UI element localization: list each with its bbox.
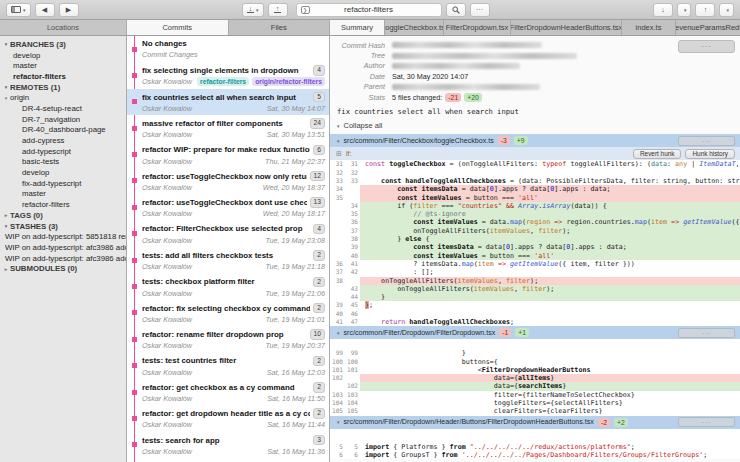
sidebar-item[interactable]: DR-40_dashboard-page [0, 125, 126, 136]
commit-row[interactable]: refactor: FilterCheckbox use selected pr… [127, 221, 329, 247]
sidebar-item[interactable]: WIP on add-typescript: afc3986 add fir [0, 253, 126, 264]
commit-row[interactable]: refactor: get checkbox as a cy command2O… [127, 379, 329, 405]
code-text: // @ts-ignore [360, 210, 740, 218]
tab-revenueparamsredu[interactable]: revenueParamsRedu [676, 20, 740, 35]
sidebar-section-branches-3-[interactable]: ▾BRANCHES (3) [0, 39, 126, 50]
commit-row[interactable]: refactor: get dropdown header title as a… [127, 405, 329, 431]
sidebar-item[interactable]: develop [0, 167, 126, 178]
commit-row[interactable]: tests: search for app3Oskar KowalówSat, … [127, 432, 329, 458]
diff-file-header[interactable]: ▾src/common/Filter/Dropdown/Header/Butto… [330, 416, 740, 429]
expand-hunk-icon[interactable]: ⊞ [336, 150, 342, 158]
commit-author: Oskar Kowalów [142, 183, 260, 192]
fetch-button[interactable]: ↓ ▾ [242, 3, 264, 17]
sidebar-header: Locations [0, 20, 126, 36]
sidebar-item[interactable]: add-typescript [0, 146, 126, 157]
push-options-button[interactable]: ▾ [719, 3, 734, 17]
chevron-down-icon[interactable]: ▾ [337, 138, 340, 144]
commit-row-line1: fix countries select all when search inp… [142, 92, 325, 103]
sidebar-item[interactable]: WIP on add-typescript: afc3986 add fir [0, 242, 126, 253]
tab-togglecheckbox-ts[interactable]: toggleCheckbox.ts [385, 20, 444, 35]
sidebar-item[interactable]: WIP on add-typescript: 5851818 renam [0, 231, 126, 242]
revert-hunk-button[interactable]: Revert hunk [633, 149, 681, 160]
sidebar-item[interactable]: refactor-filters [0, 199, 126, 210]
sidebar-item[interactable]: fix-add-typescript [0, 178, 126, 189]
commit-author: Oskar Kowalów [142, 289, 263, 298]
pull-button[interactable]: ↓ [653, 3, 673, 17]
commit-row[interactable]: refactor: useToggleCheckbox now only ret… [127, 168, 329, 194]
sidebar-section-remotes-1-[interactable]: ▾REMOTES (1) [0, 82, 126, 93]
chevron-right-icon[interactable]: ▸ [2, 212, 10, 218]
sidebar-toggle-button[interactable]: ▾ [6, 3, 31, 17]
commit-row[interactable]: fix countries select all when search inp… [127, 89, 329, 115]
tab-filterdropdownheaderbuttons-tsx[interactable]: FilterDropdownHeaderButtons.tsx [511, 20, 622, 35]
diff-line-removed: 34 const itemsData = data[0].apps ? data… [330, 185, 740, 193]
tab-commits[interactable]: Commits [127, 20, 229, 35]
chevron-down-icon[interactable]: ▾ [337, 330, 340, 336]
sidebar-item[interactable]: DR-7_navigation [0, 114, 126, 125]
pull-options-button[interactable]: ▾ [677, 3, 692, 17]
chevron-down-icon[interactable]: ▾ [337, 419, 340, 425]
new-line-number: 42 [345, 268, 360, 276]
old-line-number [330, 227, 345, 235]
chevron-down-icon[interactable]: ▾ [2, 95, 10, 101]
commit-list: No changesCommit Changesfix selecting si… [127, 36, 329, 462]
hunk-history-button[interactable]: Hunk history [685, 149, 735, 160]
commit-row[interactable]: No changesCommit Changes [127, 36, 329, 62]
sidebar-section-tags-0-[interactable]: ▸TAGS (0) [0, 210, 126, 221]
commit-row-line2: Oskar KowalówSat, 16 May 11:50 [142, 394, 325, 403]
sidebar-item[interactable]: master [0, 60, 126, 71]
commit-row[interactable]: refactor: rename filter dropdown prop10O… [127, 326, 329, 352]
commit-row[interactable]: massive refactor of filter components24O… [127, 115, 329, 141]
meta-value [392, 63, 520, 69]
forward-button[interactable]: ▶ [59, 3, 79, 17]
commit-row[interactable]: tests: test countries filter2Oskar Kowal… [127, 353, 329, 379]
commit-row[interactable]: refactor: fix selecting checkbox cy comm… [127, 300, 329, 326]
commit-row[interactable]: tests: add all filters checkbox tests2Os… [127, 247, 329, 273]
commit-title: refactor: get dropdown header title as a… [142, 409, 310, 418]
sidebar-item[interactable]: master [0, 189, 126, 200]
sidebar-item[interactable]: develop [0, 50, 126, 61]
sidebar-item-label: WIP on add-typescript: afc3986 add fir [5, 254, 126, 263]
file-more-button[interactable]: ··· [678, 417, 735, 427]
chevron-right-icon[interactable]: ▸ [2, 266, 10, 272]
tab-filterdropdown-tsx[interactable]: FilterDropdown.tsx [444, 20, 511, 35]
sidebar-item[interactable]: add-cypress [0, 135, 126, 146]
summary-more-button[interactable]: ··· [678, 40, 735, 53]
new-line-number: 102 [345, 382, 360, 390]
toolbar-more-button[interactable]: ··· [470, 3, 490, 17]
commit-row[interactable]: tests: checkbox platform filter2Oskar Ko… [127, 274, 329, 300]
commit-row-line1: No changes [142, 39, 325, 48]
tab-index-ts[interactable]: index.ts [622, 20, 676, 35]
push-button[interactable]: ↑ [695, 3, 715, 17]
diff-file-path: src/common/Filter/Dropdown/Header/Button… [344, 418, 594, 426]
chevron-down-icon[interactable]: ▾ [2, 84, 10, 90]
file-more-button[interactable]: ··· [678, 136, 735, 146]
forward-icon: ▶ [66, 6, 71, 14]
diff-line-context: 100100 buttons={ [330, 358, 740, 366]
commit-row[interactable]: fix selecting single elements in dropdow… [127, 62, 329, 88]
collapse-all-button[interactable]: ▾ Collapse all [330, 117, 740, 134]
sidebar-item[interactable]: DR-4-setup-react [0, 103, 126, 114]
sidebar-item[interactable]: refactor-filters [0, 71, 126, 82]
file-more-button[interactable]: ··· [678, 328, 735, 338]
commit-row[interactable]: refactor WIP: prepare for make redux fun… [127, 142, 329, 168]
chevron-down-icon[interactable]: ▾ [2, 41, 10, 47]
sidebar-item[interactable]: ▾origin [0, 92, 126, 103]
old-line-number: 6 [330, 451, 345, 459]
diff-file-header[interactable]: ▾src/common/Filter/Dropdown/FilterDropdo… [330, 326, 740, 339]
diff-file-header[interactable]: ▾src/common/Filter/Checkbox/toggleCheckb… [330, 134, 740, 147]
tab-files[interactable]: Files [229, 20, 330, 35]
tab-summary[interactable]: Summary [330, 20, 385, 35]
back-button[interactable]: ◀ [35, 3, 55, 17]
branch-ref-badge[interactable]: refactor-filters [197, 77, 249, 86]
commit-row[interactable]: refactor: useToggleCheckbox dont use che… [127, 194, 329, 220]
chevron-down-icon[interactable]: ▾ [2, 223, 10, 229]
branch-selector-field[interactable]: ❯ refactor-filters [296, 3, 442, 17]
stash-button[interactable]: ↑ [268, 3, 288, 17]
branch-ref-badge[interactable]: origin/refactor-filters [252, 77, 325, 86]
sidebar-section-stashes-3-[interactable]: ▾STASHES (3) [0, 221, 126, 232]
sidebar-section-submodules-0-[interactable]: ▸SUBMODULES (0) [0, 263, 126, 274]
sidebar-item-label: fix-add-typescript [22, 179, 81, 188]
sidebar-item[interactable]: basic-tests [0, 157, 126, 168]
search-button[interactable] [446, 3, 466, 17]
